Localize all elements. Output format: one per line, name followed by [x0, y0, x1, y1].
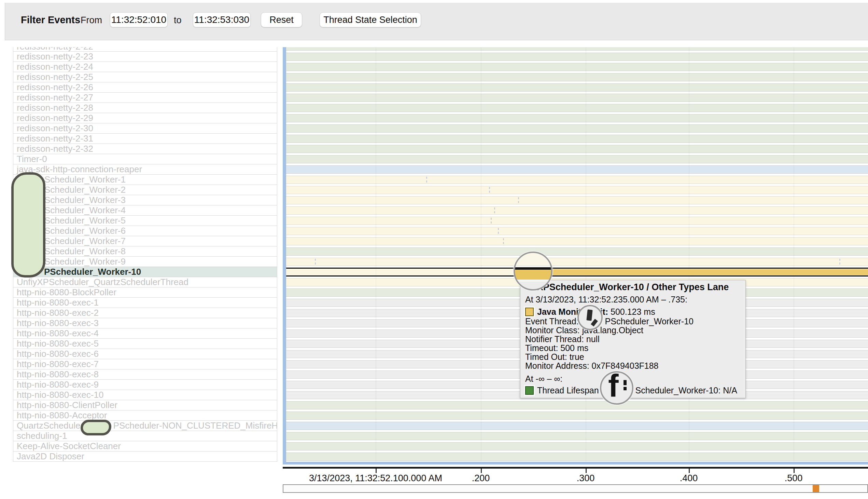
tooltip-timed-out: Timed Out: true	[525, 352, 743, 362]
profiler-window: Filter Events From to Reset Thread State…	[0, 0, 868, 499]
thread-row[interactable]: redisson-netty-2-25	[13, 72, 277, 82]
thread-row[interactable]: redisson-netty-2-23	[13, 52, 277, 62]
thread-row[interactable]: http-nio-8080-exec-9	[13, 380, 277, 390]
thread-row[interactable]: redisson-netty-2-26	[13, 82, 277, 93]
thread-list[interactable]: redisson-netty-2-22redisson-netty-2-23re…	[13, 47, 277, 463]
thread-row[interactable]: http-nio-8080-Acceptor	[13, 411, 277, 421]
timeline-lane[interactable]	[286, 205, 868, 216]
thread-row[interactable]: scheduling-1	[13, 431, 277, 441]
event-thread-right: PScheduler_Worker-10	[605, 316, 693, 326]
event-tick	[839, 259, 840, 265]
magnifier-loupe-icon: f	[600, 371, 633, 405]
timeline-lane[interactable]	[286, 165, 868, 175]
axis-tick	[481, 468, 482, 473]
thread-row[interactable]: redisson-netty-2-22	[13, 47, 277, 52]
timeline-lane[interactable]	[286, 257, 868, 267]
thread-row[interactable]: Scheduler_Worker-1	[13, 175, 277, 185]
from-time-input[interactable]	[110, 12, 168, 27]
thread-lifespan-right: Scheduler_Worker-10: N/A	[636, 386, 737, 395]
timeline-lane[interactable]	[286, 246, 868, 257]
timeline-lane[interactable]	[286, 421, 868, 431]
thread-row[interactable]: Scheduler_Worker-3	[13, 195, 277, 205]
thread-row[interactable]: http-nio-8080-exec-2	[13, 308, 277, 318]
thread-row[interactable]: Timer-0	[13, 154, 277, 165]
thread-row[interactable]: http-nio-8080-exec-1	[13, 298, 277, 308]
thread-row[interactable]: Scheduler_Worker-9	[13, 257, 277, 267]
timeline-lane[interactable]	[286, 52, 868, 62]
timeline-lane[interactable]	[286, 93, 868, 103]
thread-row[interactable]: http-nio-8080-exec-6	[13, 349, 277, 359]
tooltip-event-thread: Event Thread: UPScheduler_Worker-10	[525, 316, 743, 326]
thread-row[interactable]: http-nio-8080-exec-8	[13, 369, 277, 380]
thread-row[interactable]: Java2D Disposer	[13, 451, 277, 462]
timeline-lane[interactable]	[286, 134, 868, 144]
axis-tick-label: 3/13/2023, 11:32:52.100.000 AM	[309, 473, 442, 484]
thread-row[interactable]: http-nio-8080-exec-5	[13, 339, 277, 349]
timeline-lane[interactable]	[286, 144, 868, 154]
thread-state-selection-button[interactable]: Thread State Selection	[319, 12, 421, 27]
thread-row[interactable]: redisson-netty-2-30	[13, 123, 277, 134]
timeline-lane[interactable]	[286, 431, 868, 441]
thread-row[interactable]: PScheduler_Worker-10	[13, 267, 277, 277]
thread-row[interactable]: redisson-netty-2-27	[13, 93, 277, 103]
thread-row[interactable]: redisson-netty-2-28	[13, 103, 277, 113]
timeline-lane[interactable]	[286, 226, 868, 236]
to-time-input[interactable]	[193, 12, 251, 27]
reset-button[interactable]: Reset	[261, 12, 302, 27]
timeline-panel[interactable]	[283, 47, 868, 464]
tooltip-monitor-wait-row: Java Monitoit: 500.123 ms	[525, 307, 743, 316]
event-tick	[491, 218, 492, 223]
thread-row[interactable]: redisson-netty-2-32	[13, 144, 277, 154]
timeline-lane[interactable]	[286, 267, 868, 277]
timeline-lane[interactable]	[286, 47, 868, 52]
thread-row[interactable]: UnfiyXPScheduler_QuartzSchedulerThread	[13, 277, 277, 288]
timeline-lane[interactable]	[286, 411, 868, 421]
thread-row[interactable]: java-sdk-http-connection-reaper	[13, 165, 277, 175]
thread-row[interactable]: QuartzScheduler_PScheduler-NON_CLUSTERED…	[13, 421, 277, 431]
timeline-lane[interactable]	[286, 236, 868, 246]
thread-row[interactable]: http-nio-8080-exec-10	[13, 390, 277, 400]
timeline-lane[interactable]	[286, 441, 868, 451]
timeline-lane[interactable]	[286, 72, 868, 82]
timeline-lane[interactable]	[286, 103, 868, 113]
timeline-lane[interactable]	[286, 154, 868, 165]
thread-row[interactable]: Keep-Alive-SocketCleaner	[13, 441, 277, 451]
selection-line	[286, 268, 868, 269]
thread-row[interactable]: redisson-netty-2-29	[13, 113, 277, 123]
thread-row[interactable]: redisson-netty-2-31	[13, 134, 277, 144]
timeline-scrollbar[interactable]	[283, 484, 868, 493]
monitor-wait-event-bar[interactable]	[523, 269, 868, 275]
axis-tick	[586, 468, 587, 473]
filter-toolbar: Filter Events From to Reset Thread State…	[5, 3, 868, 40]
thread-row[interactable]: Scheduler_Worker-4	[13, 205, 277, 216]
thread-row[interactable]: http-nio-8080-exec-4	[13, 328, 277, 339]
timeline-lane[interactable]	[286, 82, 868, 93]
scrollbar-range-marker[interactable]	[813, 485, 819, 492]
event-tick	[494, 207, 495, 213]
thread-lifespan-swatch-icon	[525, 386, 534, 395]
timeline-lane[interactable]	[286, 62, 868, 72]
timeline-lane[interactable]	[286, 185, 868, 195]
timeline-lane[interactable]	[286, 113, 868, 123]
thread-row[interactable]: Scheduler_Worker-8	[13, 246, 277, 257]
time-axis: 3/13/2023, 11:32:52.100.000 AM.200.300.4…	[283, 467, 868, 484]
thread-row[interactable]: http-nio-8080-ClientPoller	[13, 400, 277, 411]
timeline-lanes	[286, 47, 868, 462]
thread-row[interactable]: Scheduler_Worker-6	[13, 226, 277, 236]
timeline-lane[interactable]	[286, 451, 868, 462]
thread-row[interactable]: http-nio-8080-exec-3	[13, 318, 277, 328]
event-tick	[426, 177, 427, 183]
tooltip-timeout: Timeout: 500 ms	[525, 343, 743, 353]
gridline	[794, 47, 794, 462]
thread-row[interactable]: Scheduler_Worker-7	[13, 236, 277, 246]
timeline-lane[interactable]	[286, 216, 868, 226]
thread-row[interactable]: http-nio-8080-BlockPoller	[13, 288, 277, 298]
timeline-lane[interactable]	[286, 175, 868, 185]
thread-row[interactable]: Scheduler_Worker-2	[13, 185, 277, 195]
thread-row[interactable]: http-nio-8080-exec-7	[13, 359, 277, 369]
thread-row[interactable]: redisson-netty-2-24	[13, 62, 277, 72]
timeline-lane[interactable]	[286, 400, 868, 411]
timeline-lane[interactable]	[286, 123, 868, 134]
timeline-lane[interactable]	[286, 195, 868, 205]
thread-row[interactable]: Scheduler_Worker-5	[13, 216, 277, 226]
